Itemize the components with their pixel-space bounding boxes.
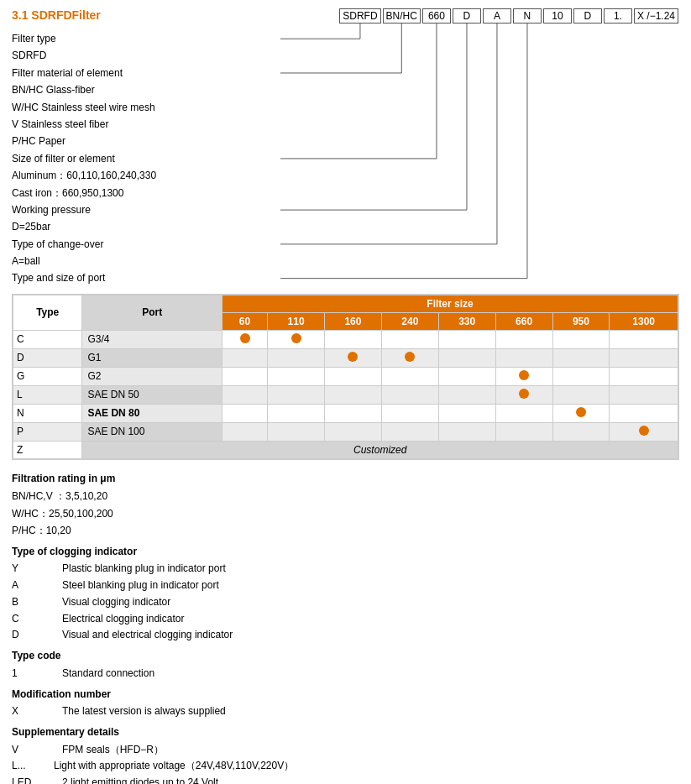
cell-customized: Customized [82,441,678,458]
table-row: LSAE DN 50 [13,385,678,404]
label-line-12: Type of change-over [12,236,280,253]
entry-val: Light with appropriate voltage（24V,48V,1… [54,758,679,775]
cell-4-0 [222,404,267,422]
section-title: Modification number [12,686,679,704]
entry-val: Plastic blanking plug in indicator port [62,561,679,578]
cell-3-6 [552,385,610,404]
cell-2-4 [438,367,495,385]
label-line-11: D=25bar [12,218,280,235]
filtration-line-2: P/HC：10,20 [12,522,679,539]
cell-5-5 [495,422,552,441]
cell-type-1: D [13,348,82,367]
cell-0-1 [268,330,325,348]
cell-port-0: G3/4 [82,330,222,348]
entry-val: Visual and electrical clogging indicator [62,627,679,644]
cell-type-2: G [13,367,82,385]
entry-key: D [12,627,62,644]
page-container: 3.1 SDRFDFilter SDRFDBN/HC660DAN10D1.X /… [12,8,679,784]
cell-1-1 [268,348,325,367]
label-line-8: Aluminum：60,110,160,240,330 [12,167,280,184]
entry-row-0: YPlastic blanking plug in indicator port [12,561,679,578]
entry-key: L... [12,758,54,775]
section-title: Type code [12,647,679,666]
filtration-line-1: W/HC：25,50,100,200 [12,505,679,522]
cell-port-5: SAE DN 100 [82,422,222,441]
entry-key: LED [12,775,62,784]
cell-port-3: SAE DN 50 [82,385,222,404]
label-line-0: Filter type [12,30,280,47]
label-line-7: Size of filter or element [12,150,280,167]
col-type: Type [13,295,82,330]
cell-4-4 [438,404,495,422]
cell-5-6 [552,422,610,441]
filtration-title: Filtration rating in μm [12,470,679,489]
code-part-7: D [573,8,602,24]
cell-1-5 [495,348,552,367]
cell-2-0 [222,367,267,385]
entry-key: B [12,594,62,611]
label-line-2: Filter material of element [12,65,280,81]
filtration-line-0: BN/HC,V ：3,5,10,20 [12,488,679,504]
cell-2-6 [552,367,610,385]
cell-3-7 [610,385,678,404]
size-col-7: 1300 [610,312,678,330]
entry-val: Standard connection [62,666,679,682]
section-title: Type of clogging indicator [12,543,679,562]
size-col-5: 660 [495,312,552,330]
cell-5-2 [325,422,382,441]
cell-2-3 [381,367,438,385]
label-line-13: A=ball [12,253,280,269]
cell-2-7 [610,367,678,385]
section-block: Supplementary detailsVFPM seals（HFD−R）L.… [12,724,679,784]
code-part-4: A [483,8,511,24]
cell-1-4 [438,348,495,367]
cell-4-1 [268,404,325,422]
size-col-6: 950 [552,312,610,330]
cell-port-4: SAE DN 80 [82,404,222,422]
label-line-14: Type and size of port [12,269,280,286]
cell-1-6 [552,348,610,367]
entry-row-3: CElectrical clogging indicator [12,611,679,628]
cell-type-3: L [13,385,82,404]
cell-0-5 [495,330,552,348]
table-row: DG1 [13,348,678,367]
cell-4-7 [610,404,678,422]
table-row: PSAE DN 100 [13,422,678,441]
code-part-5: N [513,8,542,24]
cell-2-5 [495,367,552,385]
cell-2-2 [325,367,382,385]
entry-val: Electrical clogging indicator [62,611,679,628]
cell-1-7 [610,348,678,367]
entry-row-0: 1Standard connection [12,666,679,682]
entry-val: The latest version is always supplied [62,703,679,720]
entry-row-0: VFPM seals（HFD−R） [12,742,679,759]
entry-key: A [12,578,62,594]
cell-3-3 [381,385,438,404]
section-block: Type of clogging indicatorYPlastic blank… [12,543,679,645]
cell-port-1: G1 [82,348,222,367]
cell-5-3 [381,422,438,441]
left-labels: Filter typeSDRFDFilter material of eleme… [12,30,280,287]
section-title: Supplementary details [12,724,679,742]
entry-row-0: XThe latest version is always supplied [12,703,679,720]
label-line-6: P/HC Paper [12,133,280,149]
cell-1-3 [381,348,438,367]
cell-type-6: Z [13,441,82,458]
table-row: GG2 [13,367,678,385]
entry-key: Y [12,561,62,578]
label-line-5: V Stainless steel fiber [12,116,280,133]
col-port: Port [82,295,222,330]
cell-0-3 [381,330,438,348]
entry-row-1: L...Light with appropriate voltage（24V,4… [12,758,679,775]
entry-key: C [12,611,62,628]
entry-key: 1 [12,666,62,682]
cell-5-7 [610,422,678,441]
code-part-1: BN/HC [383,8,421,24]
cell-0-0 [222,330,267,348]
label-line-4: W/HC Stainless steel wire mesh [12,99,280,116]
bottom-sections: Filtration rating in μmBN/HC,V ：3,5,10,2… [12,467,679,784]
cell-3-0 [222,385,267,404]
table-row: ZCustomized [13,441,678,458]
cell-type-4: N [13,404,82,422]
size-col-0: 60 [222,312,267,330]
